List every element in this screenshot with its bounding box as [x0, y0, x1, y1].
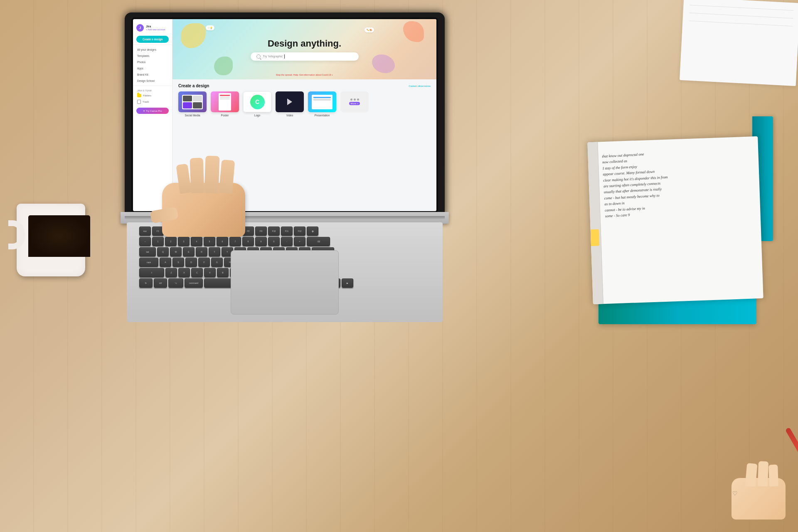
design-types-row: Social Media	[178, 91, 431, 117]
key-c[interactable]: C	[191, 268, 203, 277]
right-hand-palm	[732, 478, 786, 520]
cell4	[193, 102, 202, 108]
key-s[interactable]: S	[172, 258, 184, 267]
key-w[interactable]: W	[170, 247, 182, 256]
key-e[interactable]: E	[183, 247, 195, 256]
logo-label: Logo	[254, 114, 260, 117]
trash-icon	[137, 100, 141, 104]
key-tab[interactable]: tab	[139, 247, 156, 256]
key-0[interactable]: 0	[268, 237, 280, 246]
key-x[interactable]: X	[178, 268, 190, 277]
key-f[interactable]: F	[198, 258, 210, 267]
divider	[133, 44, 172, 45]
speech-bubble-1: ♡ 💡	[206, 25, 214, 30]
key-f12[interactable]: F12	[294, 227, 305, 236]
key-cmd-left[interactable]: command	[185, 278, 203, 288]
key-5[interactable]: 5	[204, 237, 215, 246]
try-pro-button[interactable]: ✦ Try Canva Pro	[136, 108, 169, 114]
key-d[interactable]: D	[185, 258, 197, 267]
cell3	[183, 102, 192, 108]
notebook-spine	[587, 142, 603, 304]
team-section: Jira's team	[133, 88, 172, 93]
sidebar-item-brand-kit[interactable]: Brand Kit	[133, 71, 172, 78]
sidebar-item-design-school[interactable]: Design School	[133, 78, 172, 84]
poster-label: Poster	[221, 114, 229, 117]
key-4[interactable]: 4	[191, 237, 202, 246]
more-button[interactable]: More +	[340, 91, 369, 112]
key-fn-bottom[interactable]: fn	[139, 278, 153, 288]
trackpad[interactable]	[231, 250, 339, 315]
key-power[interactable]: ⏻	[307, 227, 318, 236]
key-t[interactable]: T	[209, 247, 220, 256]
custom-dimensions-link[interactable]: Custom dimensions	[409, 85, 431, 87]
design-type-more[interactable]: More +	[340, 91, 369, 117]
more-badge: More +	[349, 102, 360, 105]
key-3[interactable]: 3	[178, 237, 190, 246]
poster-line3	[220, 99, 230, 99]
design-type-social[interactable]: Social Media	[178, 91, 207, 117]
typing-hand	[137, 154, 295, 237]
sidebar-item-photos[interactable]: Photos	[133, 59, 172, 65]
key-a[interactable]: A	[160, 258, 171, 267]
key-right[interactable]: ▶	[342, 278, 353, 288]
sidebar-trash[interactable]: Trash	[133, 99, 172, 105]
pres-inner	[312, 95, 332, 109]
key-alt-left[interactable]: ⌥	[168, 278, 183, 288]
thumb	[150, 207, 178, 224]
sidebar-item-apps[interactable]: Apps	[133, 65, 172, 71]
poster-thumb	[211, 91, 239, 112]
key-7[interactable]: 7	[229, 237, 241, 246]
key-9[interactable]: 9	[255, 237, 267, 246]
key-8[interactable]: 8	[242, 237, 254, 246]
hand-palm	[162, 183, 245, 237]
key-6[interactable]: 6	[217, 237, 228, 246]
blob3	[214, 57, 233, 75]
search-cursor	[284, 54, 285, 59]
design-type-presentation[interactable]: Presentation	[308, 91, 336, 117]
finger-pinky	[176, 163, 191, 194]
covid-notice[interactable]: Stop the spread. Help: Get information a…	[276, 74, 333, 76]
poster-line2	[220, 97, 230, 98]
key-backtick[interactable]: ~	[139, 237, 151, 246]
design-type-logo[interactable]: C Logo	[243, 91, 271, 117]
design-type-poster[interactable]: Poster	[211, 91, 239, 117]
key-ctrl[interactable]: ctrl	[154, 278, 167, 288]
user-avatar: J	[136, 24, 144, 32]
create-design-button[interactable]: Create a design	[136, 36, 169, 43]
blob1	[181, 23, 206, 48]
cell2	[193, 96, 202, 102]
key-z[interactable]: Z	[165, 268, 177, 277]
key-g[interactable]: G	[211, 258, 223, 267]
key-1[interactable]: 1	[152, 237, 164, 246]
sidebar-item-templates[interactable]: Templates	[133, 53, 172, 59]
user-info: Jira + Add new account	[146, 25, 165, 31]
key-caps[interactable]: caps	[139, 258, 158, 267]
video-thumb	[276, 91, 304, 112]
add-account-link[interactable]: + Add new account	[146, 28, 165, 31]
key-v[interactable]: V	[204, 268, 216, 277]
dot3	[357, 99, 359, 101]
pres-line3	[313, 100, 331, 101]
key-equals[interactable]: =	[294, 237, 305, 246]
sidebar-folders[interactable]: Folders	[133, 93, 172, 99]
key-b[interactable]: B	[217, 268, 229, 277]
key-shift-left[interactable]: ⇧	[139, 268, 164, 277]
poster-inner	[219, 93, 231, 111]
hero-search-bar[interactable]: Try 'Infographic'	[251, 52, 359, 61]
key-2[interactable]: 2	[165, 237, 177, 246]
mug-coffee	[28, 215, 90, 257]
social-media-label: Social Media	[185, 114, 200, 117]
design-type-video[interactable]: Video	[276, 91, 304, 117]
sidebar-item-all-designs[interactable]: All your designs	[133, 47, 172, 53]
key-minus[interactable]: -	[281, 237, 293, 246]
video-label: Video	[286, 114, 293, 117]
key-backspace[interactable]: ⌫	[307, 237, 330, 246]
cell1	[183, 96, 192, 102]
finger-middle	[204, 155, 219, 193]
divider2	[133, 86, 172, 86]
key-r[interactable]: R	[196, 247, 207, 256]
username: Jira	[146, 25, 165, 28]
create-section-title: Create a design	[178, 84, 209, 88]
pres-line1	[313, 97, 331, 98]
key-q[interactable]: Q	[157, 247, 169, 256]
